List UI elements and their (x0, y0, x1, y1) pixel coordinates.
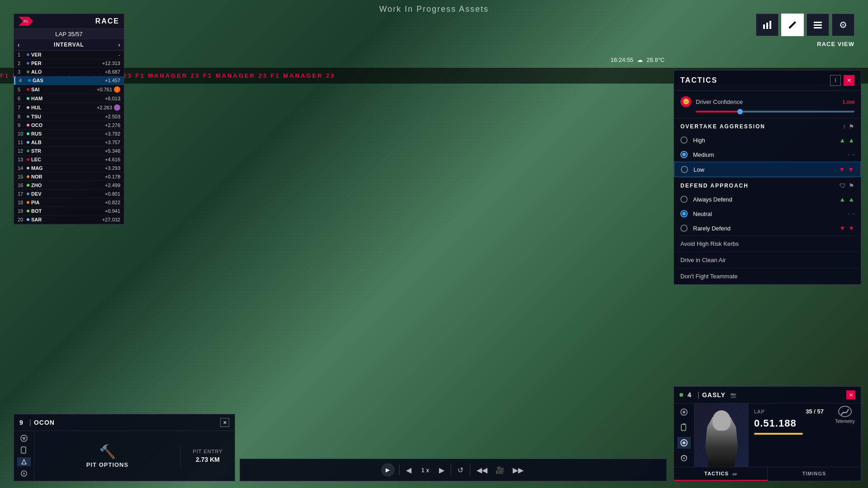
gasly-progress-bar (754, 433, 803, 435)
next-btn[interactable]: ▶ (437, 464, 446, 476)
gasly-card-close-btn[interactable]: ✕ (846, 390, 855, 399)
gasly-name: GASLY (702, 391, 726, 399)
gasly-radio-btn[interactable] (677, 452, 691, 464)
ocon-radio-btn[interactable] (17, 469, 31, 478)
tactics-title: TACTICS (680, 76, 717, 84)
driver-row-bot[interactable]: 19BOT+0.941 (14, 207, 124, 216)
driver-time-alo: +8.687 (105, 69, 120, 75)
bar-chart-btn[interactable] (756, 14, 778, 36)
interval-right-btn[interactable]: › (118, 41, 120, 48)
driver-abbr-rus: RUS (31, 131, 47, 136)
overtake-medium-arrows: - - (848, 151, 854, 158)
ocon-close-btn[interactable]: ✕ (220, 418, 229, 427)
prev-btn[interactable]: ◀ (404, 464, 413, 476)
temperature: 28.8°C (646, 56, 665, 63)
up-arrow: ▲ (839, 136, 845, 144)
gasly-tactics-btn[interactable] (677, 437, 691, 449)
driver-confidence-row: 😐 Driver Confidence Low (680, 96, 854, 107)
gasly-timings-tab[interactable]: TIMINGS (768, 467, 861, 481)
driver-abbr-zho: ZHO (31, 183, 47, 188)
overtake-high-option[interactable]: High ▲ ▲ (674, 133, 861, 147)
gasly-lap-value: 35 / 57 (806, 408, 824, 415)
pencil-btn[interactable] (781, 14, 804, 36)
rewind-btn[interactable]: ◀◀ (475, 464, 489, 476)
interval-bar[interactable]: ‹ INTERVAL › (14, 39, 124, 51)
driver-row-mag[interactable]: 14MAG+3.293 (14, 164, 124, 173)
driver-row-tsu[interactable]: 8TSU+2.503 (14, 113, 124, 121)
driver-row-ham[interactable]: 6HAM+6.013 (14, 94, 124, 103)
tactics-info-btn[interactable]: i (830, 75, 841, 86)
driver-time-bot: +0.941 (105, 208, 120, 214)
driver-row-pia[interactable]: 18PIA+0.822 (14, 198, 124, 207)
defend-rarely-option[interactable]: Rarely Defend ▼ ▼ (674, 221, 861, 235)
overtake-medium-option[interactable]: Medium - - (674, 147, 861, 162)
driver-row-oco[interactable]: 9OCO+2.276 (14, 121, 124, 130)
pos-num-16: 16 (18, 183, 27, 188)
ocon-tyre-btn[interactable] (17, 434, 31, 443)
gasly-card-header: 4 | GASLY 📷 ✕ (674, 387, 861, 404)
dash-3: - (848, 211, 850, 217)
ocon-pit-btn[interactable] (17, 457, 31, 466)
driver-row-per[interactable]: 2PER+12.313 (14, 59, 124, 68)
ocon-name: OCON (34, 419, 55, 426)
gasly-tactics-tab[interactable]: TACTICS 🏎 (674, 467, 768, 481)
avoid-kerbs-toggle[interactable]: Avoid High Risk Kerbs (674, 236, 861, 252)
settings-btn[interactable]: ⚙ (832, 14, 854, 36)
driver-row-gas[interactable]: 4GAS+1.457 (14, 76, 124, 85)
clean-air-toggle[interactable]: Drive in Clean Air (674, 252, 861, 268)
driver-row-ver[interactable]: 1VER- (14, 51, 124, 59)
driver-row-dev[interactable]: 17DEV+0.801 (14, 190, 124, 198)
driver-row-sar[interactable]: 20SAR+27.032 (14, 216, 124, 224)
defend-neutral-option[interactable]: Neutral - - (674, 206, 861, 221)
camera-switch-btn[interactable]: 🎥 (494, 464, 506, 476)
face-icon: 😐 (683, 99, 689, 105)
gasly-telemetry-btn[interactable]: Telemetry (829, 404, 861, 426)
standings-list: 1VER-2PER+12.3133ALO+8.6874GAS+1.4575SAI… (14, 51, 124, 224)
clean-air-label: Drive in Clean Air (680, 257, 726, 263)
forward-btn[interactable]: ▶▶ (511, 464, 525, 476)
f1-logo: F1 (19, 17, 33, 26)
gasly-tyre-btn[interactable] (677, 406, 691, 418)
no-fight-teammate-toggle[interactable]: Don't Fight Teammate (674, 268, 861, 284)
pos-num-5: 5 (18, 87, 27, 92)
gasly-lap-time: 0.51.188 (754, 418, 797, 429)
pit-options-area[interactable]: 🔨 PIT OPTIONS (34, 444, 180, 468)
driver-abbr-str: STR (31, 148, 47, 154)
cloud-icon: ☁ (637, 56, 643, 63)
driver-row-zho[interactable]: 16ZHO+2.499 (14, 181, 124, 190)
driver-abbr-tsu: TSU (31, 114, 47, 119)
pos-num-8: 8 (18, 114, 27, 119)
driver-row-nor[interactable]: 15NOR+0.178 (14, 173, 124, 181)
overtake-low-option[interactable]: Low ▼ ▼ (674, 162, 861, 177)
speed-display: 1 x (418, 467, 433, 474)
pos-num-17: 17 (18, 191, 27, 197)
ocon-fuel-btn[interactable] (17, 446, 31, 455)
svg-point-17 (23, 473, 25, 474)
loop-btn[interactable]: ↺ (456, 464, 465, 476)
driver-abbr-lec: LEC (31, 157, 47, 162)
driver-row-sai[interactable]: 5SAI+0.761! (14, 85, 124, 94)
driver-row-hul[interactable]: 7HUL+2.263 (14, 103, 124, 113)
svg-rect-3 (814, 22, 822, 23)
driver-row-rus[interactable]: 10RUS+3.792 (14, 130, 124, 138)
svg-point-14 (23, 437, 25, 440)
driver-row-alo[interactable]: 3ALO+8.687 (14, 68, 124, 76)
driver-row-alb[interactable]: 11ALB+3.757 (14, 138, 124, 147)
gasly-fuel-btn[interactable] (677, 422, 691, 433)
ocon-number: 9 (19, 419, 23, 426)
team-dot-sai (27, 88, 29, 91)
driver-row-str[interactable]: 12STR+5.346 (14, 147, 124, 155)
play-btn[interactable]: ▶ (381, 463, 395, 477)
list-btn[interactable] (807, 14, 829, 36)
pos-num-18: 18 (18, 200, 27, 205)
up-arrow-4: ▲ (848, 196, 854, 203)
defend-neutral-radio (680, 210, 688, 217)
driver-row-lec[interactable]: 13LEC+4.616 (14, 155, 124, 164)
overtake-high-arrows: ▲ ▲ (839, 136, 854, 144)
down-arrow: ▼ (839, 166, 845, 173)
defend-always-option[interactable]: Always Defend ▲ ▲ (674, 192, 861, 206)
gasly-card-footer: TACTICS 🏎 TIMINGS (674, 467, 861, 481)
tactics-close-btn[interactable]: ✕ (844, 75, 854, 86)
interval-left-btn[interactable]: ‹ (18, 41, 20, 48)
driver-confidence-slider[interactable] (696, 111, 854, 113)
